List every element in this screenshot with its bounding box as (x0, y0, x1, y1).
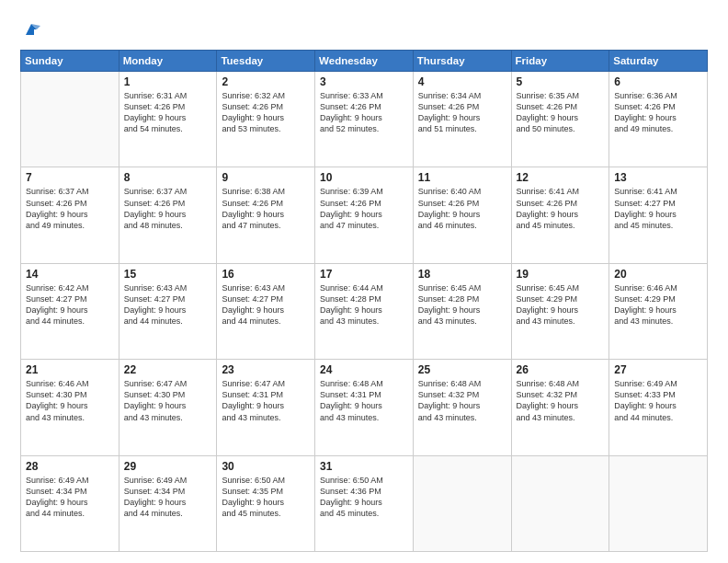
calendar-cell (413, 455, 511, 551)
day-number: 10 (320, 171, 408, 184)
day-info: Sunrise: 6:47 AMSunset: 4:30 PMDaylight:… (124, 378, 212, 423)
day-number: 23 (222, 363, 310, 376)
day-info: Sunrise: 6:40 AMSunset: 4:26 PMDaylight:… (418, 186, 506, 231)
calendar-cell: 17Sunrise: 6:44 AMSunset: 4:28 PMDayligh… (315, 263, 414, 359)
calendar-cell: 6Sunrise: 6:36 AMSunset: 4:26 PMDaylight… (609, 72, 708, 167)
weekday-header: Sunday (21, 51, 119, 72)
day-number: 26 (517, 363, 605, 376)
day-info: Sunrise: 6:46 AMSunset: 4:29 PMDaylight:… (614, 282, 702, 327)
day-info: Sunrise: 6:41 AMSunset: 4:26 PMDaylight:… (517, 186, 605, 231)
calendar-cell: 30Sunrise: 6:50 AMSunset: 4:35 PMDayligh… (217, 455, 315, 551)
day-number: 2 (222, 75, 310, 88)
day-number: 31 (320, 460, 408, 473)
calendar-cell (609, 455, 708, 551)
day-number: 5 (517, 75, 605, 88)
day-number: 17 (320, 268, 408, 281)
day-number: 19 (517, 268, 605, 281)
weekday-header: Wednesday (315, 51, 414, 72)
day-number: 28 (26, 460, 114, 473)
weekday-header: Friday (511, 51, 609, 72)
calendar-cell (511, 455, 609, 551)
calendar-cell: 31Sunrise: 6:50 AMSunset: 4:36 PMDayligh… (315, 455, 414, 551)
day-info: Sunrise: 6:49 AMSunset: 4:34 PMDaylight:… (124, 475, 212, 520)
calendar-cell: 13Sunrise: 6:41 AMSunset: 4:27 PMDayligh… (609, 167, 708, 263)
calendar-cell: 19Sunrise: 6:45 AMSunset: 4:29 PMDayligh… (511, 263, 609, 359)
day-number: 12 (517, 171, 605, 184)
calendar-table: SundayMondayTuesdayWednesdayThursdayFrid… (20, 50, 708, 552)
weekday-header: Thursday (413, 51, 511, 72)
calendar-cell: 12Sunrise: 6:41 AMSunset: 4:26 PMDayligh… (511, 167, 609, 263)
day-info: Sunrise: 6:38 AMSunset: 4:26 PMDaylight:… (222, 186, 310, 231)
day-info: Sunrise: 6:43 AMSunset: 4:27 PMDaylight:… (124, 282, 212, 327)
calendar-cell: 21Sunrise: 6:46 AMSunset: 4:30 PMDayligh… (21, 360, 119, 455)
calendar-cell: 11Sunrise: 6:40 AMSunset: 4:26 PMDayligh… (413, 167, 511, 263)
day-number: 18 (418, 268, 506, 281)
day-info: Sunrise: 6:36 AMSunset: 4:26 PMDaylight:… (614, 90, 702, 135)
day-info: Sunrise: 6:48 AMSunset: 4:32 PMDaylight:… (418, 378, 506, 423)
day-number: 21 (26, 363, 114, 376)
day-info: Sunrise: 6:39 AMSunset: 4:26 PMDaylight:… (320, 186, 408, 231)
day-info: Sunrise: 6:44 AMSunset: 4:28 PMDaylight:… (320, 282, 408, 327)
day-info: Sunrise: 6:49 AMSunset: 4:34 PMDaylight:… (26, 475, 114, 520)
calendar-cell: 3Sunrise: 6:33 AMSunset: 4:26 PMDaylight… (315, 72, 414, 167)
day-number: 4 (418, 75, 506, 88)
calendar-cell: 29Sunrise: 6:49 AMSunset: 4:34 PMDayligh… (119, 455, 217, 551)
day-info: Sunrise: 6:34 AMSunset: 4:26 PMDaylight:… (418, 90, 506, 135)
day-info: Sunrise: 6:50 AMSunset: 4:35 PMDaylight:… (222, 475, 310, 520)
calendar-cell: 26Sunrise: 6:48 AMSunset: 4:32 PMDayligh… (511, 360, 609, 455)
calendar-cell: 28Sunrise: 6:49 AMSunset: 4:34 PMDayligh… (21, 455, 119, 551)
calendar-cell: 23Sunrise: 6:47 AMSunset: 4:31 PMDayligh… (217, 360, 315, 455)
calendar-cell: 1Sunrise: 6:31 AMSunset: 4:26 PMDaylight… (119, 72, 217, 167)
calendar-cell (21, 72, 119, 167)
day-number: 14 (26, 268, 114, 281)
calendar-cell: 7Sunrise: 6:37 AMSunset: 4:26 PMDaylight… (21, 167, 119, 263)
day-info: Sunrise: 6:33 AMSunset: 4:26 PMDaylight:… (320, 90, 408, 135)
calendar-cell: 8Sunrise: 6:37 AMSunset: 4:26 PMDaylight… (119, 167, 217, 263)
day-number: 6 (614, 75, 702, 88)
day-number: 8 (124, 171, 212, 184)
calendar-cell: 25Sunrise: 6:48 AMSunset: 4:32 PMDayligh… (413, 360, 511, 455)
day-info: Sunrise: 6:49 AMSunset: 4:33 PMDaylight:… (614, 378, 702, 423)
weekday-header: Tuesday (217, 51, 315, 72)
calendar-cell: 9Sunrise: 6:38 AMSunset: 4:26 PMDaylight… (217, 167, 315, 263)
day-info: Sunrise: 6:46 AMSunset: 4:30 PMDaylight:… (26, 378, 114, 423)
logo-icon (22, 20, 40, 39)
page: SundayMondayTuesdayWednesdayThursdayFrid… (0, 0, 728, 563)
day-number: 30 (222, 460, 310, 473)
day-info: Sunrise: 6:48 AMSunset: 4:31 PMDaylight:… (320, 378, 408, 423)
day-number: 7 (26, 171, 114, 184)
day-number: 27 (614, 363, 702, 376)
day-number: 9 (222, 171, 310, 184)
calendar-cell: 4Sunrise: 6:34 AMSunset: 4:26 PMDaylight… (413, 72, 511, 167)
calendar-cell: 24Sunrise: 6:48 AMSunset: 4:31 PMDayligh… (315, 360, 414, 455)
day-info: Sunrise: 6:45 AMSunset: 4:29 PMDaylight:… (517, 282, 605, 327)
day-info: Sunrise: 6:43 AMSunset: 4:27 PMDaylight:… (222, 282, 310, 327)
day-info: Sunrise: 6:41 AMSunset: 4:27 PMDaylight:… (614, 186, 702, 231)
weekday-header: Monday (119, 51, 217, 72)
day-info: Sunrise: 6:47 AMSunset: 4:31 PMDaylight:… (222, 378, 310, 423)
day-number: 22 (124, 363, 212, 376)
day-number: 15 (124, 268, 212, 281)
day-number: 29 (124, 460, 212, 473)
weekday-header: Saturday (609, 51, 708, 72)
calendar-cell: 5Sunrise: 6:35 AMSunset: 4:26 PMDaylight… (511, 72, 609, 167)
day-number: 16 (222, 268, 310, 281)
day-info: Sunrise: 6:50 AMSunset: 4:36 PMDaylight:… (320, 475, 408, 520)
calendar-cell: 15Sunrise: 6:43 AMSunset: 4:27 PMDayligh… (119, 263, 217, 359)
calendar-cell: 27Sunrise: 6:49 AMSunset: 4:33 PMDayligh… (609, 360, 708, 455)
day-number: 1 (124, 75, 212, 88)
day-number: 24 (320, 363, 408, 376)
day-number: 13 (614, 171, 702, 184)
calendar-cell: 18Sunrise: 6:45 AMSunset: 4:28 PMDayligh… (413, 263, 511, 359)
day-number: 20 (614, 268, 702, 281)
calendar-cell: 20Sunrise: 6:46 AMSunset: 4:29 PMDayligh… (609, 263, 708, 359)
calendar-cell: 22Sunrise: 6:47 AMSunset: 4:30 PMDayligh… (119, 360, 217, 455)
logo (20, 20, 40, 40)
day-info: Sunrise: 6:31 AMSunset: 4:26 PMDaylight:… (124, 90, 212, 135)
header (20, 17, 708, 40)
day-number: 3 (320, 75, 408, 88)
day-info: Sunrise: 6:32 AMSunset: 4:26 PMDaylight:… (222, 90, 310, 135)
day-info: Sunrise: 6:37 AMSunset: 4:26 PMDaylight:… (124, 186, 212, 231)
day-number: 11 (418, 171, 506, 184)
calendar-cell: 16Sunrise: 6:43 AMSunset: 4:27 PMDayligh… (217, 263, 315, 359)
